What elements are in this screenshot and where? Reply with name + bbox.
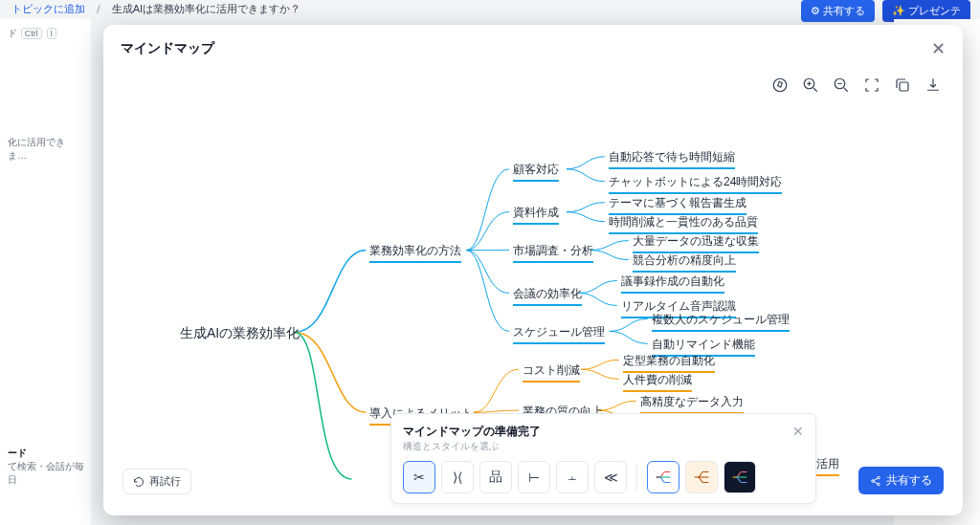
layout-org-icon[interactable]: ⫠ bbox=[556, 461, 589, 493]
layout-right-icon[interactable]: ⊢ bbox=[518, 461, 550, 493]
mm-node[interactable]: 会議の効率化 bbox=[513, 284, 582, 306]
mm-node[interactable]: 顧客対応 bbox=[513, 160, 559, 182]
mm-branch-methods[interactable]: 業務効率化の方法 bbox=[369, 241, 461, 263]
mm-leaf[interactable]: 複数人のスケジュール管理 bbox=[652, 310, 790, 332]
retry-button[interactable]: 再試行 bbox=[122, 469, 191, 494]
topic-link[interactable]: トピックに追加 bbox=[11, 2, 85, 16]
mindmap-modal: マインドマップ ✕ bbox=[103, 25, 963, 515]
mm-node[interactable]: 資料作成 bbox=[513, 203, 559, 225]
layout-tree-icon[interactable]: 品 bbox=[479, 461, 512, 493]
kbd-i: I bbox=[47, 28, 57, 39]
panel-close-icon[interactable]: ✕ bbox=[792, 424, 804, 439]
style-light[interactable] bbox=[647, 461, 679, 493]
layout-fishbone-icon[interactable]: ≪ bbox=[594, 461, 627, 493]
share-button[interactable]: 共有する bbox=[858, 467, 944, 494]
mm-leaf[interactable]: 人件費の削減 bbox=[623, 370, 692, 392]
mm-root[interactable]: 生成AIの業務効率化 bbox=[180, 323, 300, 344]
mm-leaf[interactable]: 自動応答で待ち時間短縮 bbox=[609, 147, 735, 169]
mm-node[interactable]: スケジュール管理 bbox=[513, 322, 605, 344]
panel-subtitle: 構造とスタイルを選ぶ bbox=[403, 440, 541, 453]
kbd-ctrl: Ctrl bbox=[21, 28, 42, 39]
panel-title: マインドマップの準備完了 bbox=[403, 424, 541, 440]
mm-leaf[interactable]: チャットボットによる24時間対応 bbox=[609, 172, 782, 194]
mm-leaf[interactable]: 議事録作成の自動化 bbox=[621, 272, 724, 294]
style-panel: マインドマップの準備完了 構造とスタイルを選ぶ ✕ ✂ ⟩⟨ 品 ⊢ ⫠ ≪ bbox=[390, 413, 816, 504]
mm-node[interactable]: コスト削減 bbox=[523, 361, 580, 383]
breadcrumb: 生成AIは業務効率化に活用できますか？ bbox=[112, 2, 301, 16]
layout-split-icon[interactable]: ⟩⟨ bbox=[441, 461, 474, 493]
bg-share-button[interactable]: ⚙ 共有する bbox=[801, 0, 875, 22]
style-warm[interactable] bbox=[685, 461, 718, 493]
close-icon[interactable]: ✕ bbox=[931, 38, 946, 59]
mm-node[interactable]: 市場調査・分析 bbox=[513, 241, 593, 263]
layout-scissors-icon[interactable]: ✂ bbox=[403, 461, 435, 493]
style-dark[interactable] bbox=[724, 461, 756, 493]
mm-leaf[interactable]: 競合分析の精度向上 bbox=[633, 251, 736, 273]
modal-title: マインドマップ bbox=[121, 40, 214, 57]
